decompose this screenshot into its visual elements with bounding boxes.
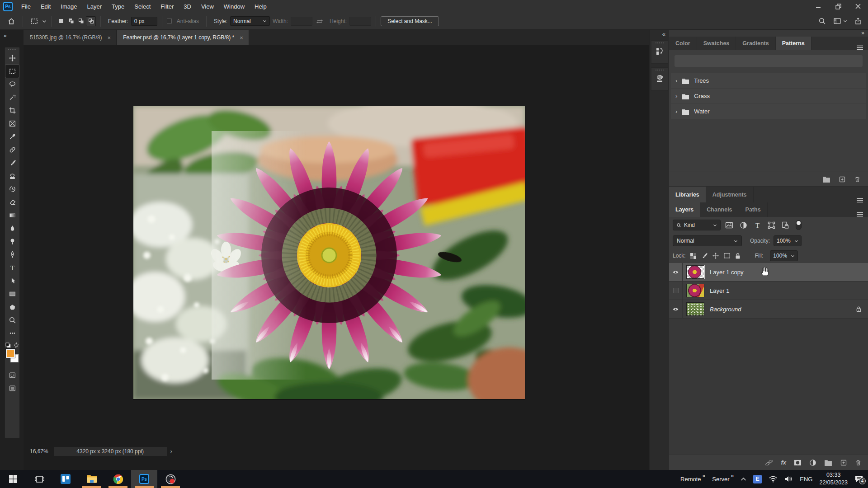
fill-value[interactable]: 100% bbox=[770, 250, 798, 261]
lasso-tool[interactable] bbox=[5, 78, 19, 91]
visibility-toggle[interactable] bbox=[669, 300, 683, 319]
toolbar-grip[interactable] bbox=[8, 49, 16, 50]
menu-filter[interactable]: Filter bbox=[156, 0, 179, 13]
search-icon[interactable] bbox=[818, 17, 826, 25]
new-pattern-icon[interactable] bbox=[839, 176, 846, 183]
visibility-toggle[interactable] bbox=[669, 263, 683, 282]
start-button[interactable] bbox=[0, 470, 26, 488]
screen-mode-icon[interactable] bbox=[5, 382, 19, 395]
tray-app-icon[interactable]: E bbox=[753, 475, 762, 483]
chevron-right-icon[interactable]: › bbox=[675, 77, 677, 84]
layer-thumbnail[interactable] bbox=[686, 284, 704, 297]
canvas[interactable]: 16,67% 4320 px x 3240 px (180 ppi) › bbox=[24, 45, 649, 458]
layer-row-layer-1[interactable]: Layer 1 bbox=[669, 282, 868, 300]
default-colors-icon[interactable] bbox=[5, 343, 11, 348]
chevron-right-icon[interactable]: › bbox=[675, 108, 677, 115]
menu-view[interactable]: View bbox=[196, 0, 219, 13]
edit-toolbar-ellipsis-icon[interactable] bbox=[5, 327, 19, 340]
status-chevron-icon[interactable]: › bbox=[170, 448, 172, 455]
hidden-icons-chevron[interactable] bbox=[741, 477, 746, 481]
layer-effects-icon[interactable]: fx bbox=[781, 459, 786, 466]
new-adjustment-layer-icon[interactable] bbox=[809, 459, 816, 466]
type-tool[interactable]: T bbox=[5, 261, 19, 274]
history-brush-tool[interactable] bbox=[5, 183, 19, 196]
lock-position-icon[interactable] bbox=[712, 252, 719, 259]
obs-icon[interactable] bbox=[157, 470, 184, 488]
layer-row-layer-1-copy[interactable]: Layer 1 copy bbox=[669, 263, 868, 282]
menu-type[interactable]: Type bbox=[107, 0, 129, 13]
object-selection-tool[interactable] bbox=[5, 91, 19, 104]
visibility-toggle[interactable] bbox=[669, 282, 683, 300]
blur-tool[interactable] bbox=[5, 222, 19, 235]
tab-channels[interactable]: Channels bbox=[700, 202, 739, 217]
eyedropper-tool[interactable] bbox=[5, 130, 19, 143]
trello-icon[interactable] bbox=[52, 470, 79, 488]
gradient-tool[interactable] bbox=[5, 209, 19, 222]
history-panel-icon[interactable] bbox=[651, 40, 668, 64]
tab-adjustments[interactable]: Adjustments bbox=[706, 187, 754, 203]
task-view-button[interactable] bbox=[26, 470, 52, 488]
feather-input[interactable]: 0 px bbox=[131, 17, 157, 26]
filter-kind-select[interactable]: Kind bbox=[673, 220, 721, 230]
menu-layer[interactable]: Layer bbox=[82, 0, 107, 13]
menu-help[interactable]: Help bbox=[250, 0, 272, 13]
file-explorer-icon[interactable] bbox=[79, 470, 105, 488]
document-tab-active[interactable]: Feather.psd @ 16,7% (Layer 1 copy, RGB/8… bbox=[117, 30, 249, 45]
panel-menu-icon[interactable] bbox=[856, 212, 868, 217]
chevron-right-icon[interactable]: › bbox=[675, 93, 677, 99]
pattern-group-grass[interactable]: › Grass bbox=[671, 89, 866, 103]
threed-panel-icon[interactable] bbox=[651, 67, 668, 91]
brush-tool[interactable] bbox=[5, 156, 19, 169]
quick-mask-icon[interactable] bbox=[5, 369, 19, 382]
clone-stamp-tool[interactable] bbox=[5, 169, 19, 183]
tab-paths[interactable]: Paths bbox=[739, 202, 768, 217]
chevron-down-icon[interactable] bbox=[42, 19, 47, 23]
move-tool[interactable] bbox=[5, 52, 19, 65]
intersect-selection-icon[interactable] bbox=[86, 16, 96, 26]
menu-file[interactable]: File bbox=[16, 0, 36, 13]
wifi-icon[interactable] bbox=[769, 476, 778, 483]
opacity-value[interactable]: 100% bbox=[774, 235, 802, 246]
layer-thumbnail[interactable] bbox=[686, 302, 704, 316]
filter-smart-objects-icon[interactable] bbox=[780, 220, 791, 230]
rectangle-shape-tool[interactable] bbox=[5, 287, 19, 300]
panel-menu-icon[interactable] bbox=[856, 45, 868, 50]
tab-gradients[interactable]: Gradients bbox=[736, 37, 775, 50]
subtract-from-selection-icon[interactable] bbox=[76, 16, 86, 26]
select-and-mask-button[interactable]: Select and Mask... bbox=[381, 16, 439, 26]
zoom-tool[interactable] bbox=[5, 314, 19, 327]
add-to-selection-icon[interactable] bbox=[66, 16, 76, 26]
eraser-tool[interactable] bbox=[5, 196, 19, 209]
new-group-icon[interactable] bbox=[822, 176, 830, 183]
pen-tool[interactable] bbox=[5, 248, 19, 261]
filter-pixel-layers-icon[interactable] bbox=[724, 220, 735, 230]
tray-remote[interactable]: Remote» bbox=[680, 476, 705, 483]
path-selection-tool[interactable] bbox=[5, 274, 19, 287]
lock-pixels-icon[interactable] bbox=[701, 252, 708, 259]
foreground-color-swatch[interactable] bbox=[6, 349, 15, 358]
tab-patterns[interactable]: Patterns bbox=[776, 37, 811, 50]
minimize-icon[interactable] bbox=[808, 0, 828, 12]
zoom-level[interactable]: 16,67% bbox=[30, 448, 48, 455]
tab-libraries[interactable]: Libraries bbox=[669, 187, 706, 203]
delete-icon[interactable] bbox=[854, 176, 861, 183]
pattern-group-water[interactable]: › Water bbox=[671, 104, 866, 119]
blend-mode-select[interactable]: Normal bbox=[673, 235, 742, 246]
tray-language[interactable]: ENG bbox=[800, 476, 812, 483]
healing-brush-tool[interactable] bbox=[5, 143, 19, 156]
tab-layers[interactable]: Layers bbox=[669, 202, 700, 217]
layer-thumbnail[interactable] bbox=[686, 265, 704, 279]
marquee-tool-preset-icon[interactable] bbox=[28, 14, 41, 28]
home-icon[interactable] bbox=[5, 14, 18, 28]
photo-canvas-image[interactable] bbox=[133, 106, 525, 399]
document-tab-inactive[interactable]: 515305.jpg @ 16,7% (RGB/8) × bbox=[24, 30, 117, 45]
menu-image[interactable]: Image bbox=[56, 0, 82, 13]
chrome-icon[interactable] bbox=[105, 470, 131, 488]
new-group-icon[interactable] bbox=[824, 459, 832, 466]
crop-tool[interactable] bbox=[5, 104, 19, 117]
layer-filter-toggle[interactable] bbox=[796, 220, 802, 230]
rectangular-marquee-tool[interactable] bbox=[5, 65, 19, 78]
dodge-tool[interactable] bbox=[5, 235, 19, 248]
volume-icon[interactable] bbox=[784, 475, 793, 483]
share-icon[interactable] bbox=[854, 17, 862, 25]
